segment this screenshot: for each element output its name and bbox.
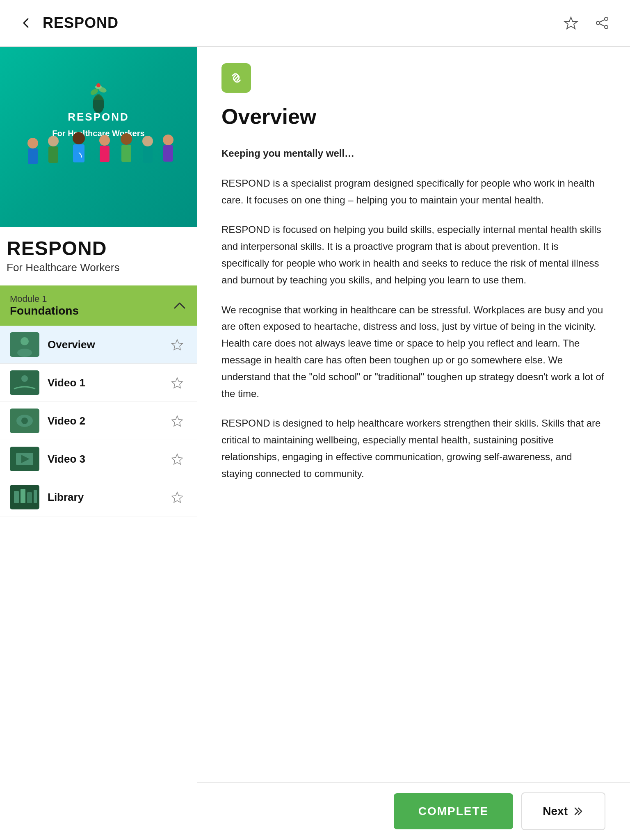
svg-rect-32 [10, 370, 39, 395]
overview-paragraph-2: RESPOND is focused on helping you build … [221, 221, 605, 288]
overview-paragraph-4: RESPOND is designed to help healthcare w… [221, 415, 605, 482]
svg-point-10 [96, 83, 100, 87]
svg-point-16 [48, 136, 59, 146]
module-item-label-library: Library [48, 491, 167, 504]
header-actions [559, 11, 614, 34]
header-left: RESPOND [16, 13, 119, 33]
module-item-thumb-video2 [10, 409, 39, 433]
chevron-up-icon [172, 298, 187, 313]
module-header-text: Module 1 Foundations [10, 294, 79, 317]
svg-rect-44 [14, 491, 19, 503]
module-item-label-video1: Video 1 [48, 377, 167, 389]
module-header[interactable]: Module 1 Foundations [0, 285, 197, 326]
module-item-thumb-video1 [10, 370, 39, 395]
module-items: Overview [0, 326, 197, 516]
svg-marker-38 [172, 416, 183, 426]
module-item-label-video3: Video 3 [48, 453, 167, 466]
star-button-overview[interactable] [167, 335, 187, 354]
module-item-thumb-video3 [10, 447, 39, 471]
svg-rect-19 [73, 144, 84, 162]
svg-marker-42 [172, 454, 183, 464]
next-label: Next [543, 805, 568, 818]
module-section: Module 1 Foundations [0, 285, 197, 516]
svg-point-30 [17, 349, 32, 357]
svg-line-4 [600, 20, 605, 22]
svg-point-18 [73, 132, 85, 144]
header-title: RESPOND [43, 14, 119, 32]
course-subtitle: For Healthcare Workers [7, 261, 190, 274]
bookmark-button[interactable] [559, 11, 582, 34]
module-item-video2[interactable]: Video 2 [0, 402, 197, 440]
svg-rect-47 [34, 490, 37, 503]
svg-rect-45 [21, 489, 25, 503]
svg-marker-0 [564, 17, 578, 29]
course-title: RESPOND [7, 237, 190, 260]
svg-point-3 [605, 25, 608, 29]
star-button-video1[interactable] [167, 373, 187, 393]
svg-rect-15 [28, 148, 38, 164]
svg-point-26 [163, 135, 173, 145]
module-item-label-overview: Overview [48, 338, 167, 351]
course-image: RESPOND For Healthcare Workers [0, 47, 197, 227]
star-button-video3[interactable] [167, 449, 187, 469]
svg-line-5 [600, 24, 605, 26]
svg-point-20 [99, 135, 110, 146]
svg-point-13 [27, 138, 38, 148]
svg-rect-25 [143, 146, 153, 163]
svg-point-24 [142, 136, 153, 146]
star-button-library[interactable] [167, 487, 187, 507]
module-item-video1[interactable]: Video 1 [0, 364, 197, 402]
svg-point-37 [21, 418, 28, 424]
svg-marker-48 [172, 492, 183, 502]
course-title-section: RESPOND For Healthcare Workers [0, 227, 197, 277]
module-item-overview[interactable]: Overview [0, 326, 197, 364]
svg-rect-17 [48, 146, 58, 163]
overview-paragraph-3: We recognise that working in healthcare … [221, 302, 605, 402]
module-item-library[interactable]: Library [0, 478, 197, 516]
svg-rect-23 [121, 145, 131, 162]
bottom-actions: COMPLETE Next [197, 782, 630, 840]
main-layout: RESPOND For Healthcare Workers [0, 47, 630, 561]
header: RESPOND [0, 0, 630, 47]
svg-rect-27 [163, 145, 173, 162]
svg-text:RESPOND: RESPOND [68, 111, 129, 123]
module-name: Foundations [10, 304, 79, 317]
module-number: Module 1 [10, 294, 79, 304]
svg-rect-46 [27, 492, 32, 503]
svg-point-1 [605, 17, 608, 21]
svg-point-29 [21, 337, 29, 345]
right-panel: Overview Keeping you mentally well… RESP… [197, 47, 630, 561]
svg-marker-34 [172, 378, 183, 388]
svg-rect-21 [100, 146, 110, 162]
svg-marker-31 [172, 340, 183, 350]
module-item-thumb-library [10, 485, 39, 509]
complete-button[interactable]: COMPLETE [394, 793, 514, 829]
svg-point-33 [21, 375, 28, 382]
back-button[interactable] [16, 13, 36, 33]
overview-paragraph-0: Keeping you mentally well… [221, 145, 605, 162]
left-panel: RESPOND For Healthcare Workers [0, 47, 197, 561]
svg-point-2 [596, 21, 600, 25]
overview-title: Overview [221, 104, 605, 129]
share-button[interactable] [591, 11, 614, 34]
module-item-thumb-overview [10, 332, 39, 357]
overview-paragraph-1: RESPOND is a specialist program designed… [221, 175, 605, 209]
link-icon-box [221, 63, 251, 93]
svg-point-22 [121, 133, 132, 145]
next-button[interactable]: Next [521, 792, 605, 830]
star-button-video2[interactable] [167, 411, 187, 431]
module-item-video3[interactable]: Video 3 [0, 440, 197, 478]
module-item-label-video2: Video 2 [48, 415, 167, 427]
